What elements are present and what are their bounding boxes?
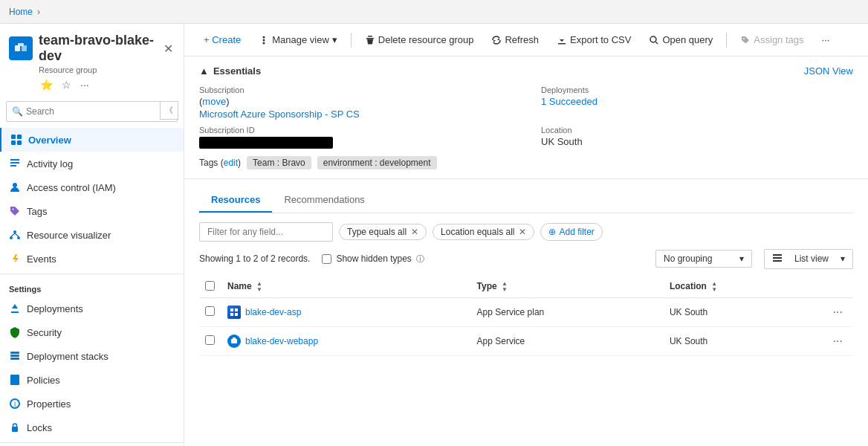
name-column-header[interactable]: Name ▲▼ — [221, 277, 471, 298]
svg-rect-18 — [10, 358, 19, 360]
select-all-checkbox[interactable] — [205, 281, 215, 291]
svg-point-35 — [743, 38, 745, 39]
location-filter-clear[interactable]: ✕ — [519, 227, 526, 237]
row2-actions-cell: ··· — [809, 326, 853, 355]
row1-more-button[interactable]: ··· — [829, 304, 847, 320]
add-filter-button[interactable]: ⊕ Add filter — [540, 223, 602, 241]
type-filter-clear[interactable]: ✕ — [411, 227, 418, 237]
svg-rect-39 — [230, 308, 233, 311]
pin-button[interactable]: ⭐ — [39, 77, 54, 92]
nav-activity-log[interactable]: Activity log — [0, 152, 184, 175]
table-row: blake-dev-asp App Service plan UK South … — [199, 297, 853, 326]
nav-access-control[interactable]: Access control (IAM) — [0, 175, 184, 199]
resource-visualizer-icon — [9, 229, 21, 241]
tab-resources[interactable]: Resources — [199, 188, 272, 213]
location-field: Location UK South — [541, 126, 853, 149]
create-button[interactable]: + Create — [196, 30, 248, 50]
manage-view-button[interactable]: Manage view ▾ — [251, 30, 345, 50]
nav-resource-visualizer[interactable]: Resource visualizer — [0, 223, 184, 247]
nav-deployment-stacks[interactable]: Deployment stacks — [0, 344, 184, 368]
row1-checkbox[interactable] — [205, 306, 215, 316]
type-column-header[interactable]: Type ▲▼ — [471, 277, 664, 298]
policies-icon — [9, 374, 21, 386]
list-view-chevron-icon: ▾ — [841, 253, 845, 264]
grouping-dropdown[interactable]: No grouping ▾ — [655, 250, 752, 268]
refresh-button[interactable]: Refresh — [484, 30, 546, 50]
search-container: 🔍 《 — [6, 101, 178, 122]
subscription-move-link[interactable]: move — [202, 96, 226, 107]
tags-label: Tags — [27, 206, 47, 217]
info-icon[interactable]: ⓘ — [416, 253, 424, 265]
collapse-sidebar-button[interactable]: 《 — [160, 101, 178, 120]
favorite-button[interactable]: ☆ — [60, 77, 73, 92]
svg-point-11 — [13, 209, 14, 210]
row2-name-link[interactable]: blake-dev-webapp — [227, 334, 465, 348]
nav-policies[interactable]: Policies — [0, 368, 184, 392]
subscription-name-link[interactable]: Microsoft Azure Sponsorship - SP CS — [199, 109, 360, 120]
open-query-button[interactable]: Open query — [641, 30, 720, 50]
nav-properties[interactable]: i Properties — [0, 392, 184, 416]
row1-location-cell: UK South — [664, 297, 809, 326]
nav-tags[interactable]: Tags — [0, 199, 184, 223]
tab-recommendations[interactable]: Recommendations — [272, 188, 376, 213]
svg-rect-36 — [773, 254, 782, 256]
resource-type: Resource group — [39, 65, 175, 74]
overview-label: Overview — [28, 135, 71, 146]
nav-locks[interactable]: Locks — [0, 416, 184, 439]
nav-deployments[interactable]: Deployments — [0, 297, 184, 320]
delete-resource-group-button[interactable]: Delete resource group — [357, 30, 482, 50]
toolbar: + Create Manage view ▾ Delete resource g… — [184, 24, 868, 56]
row2-more-button[interactable]: ··· — [829, 333, 847, 349]
svg-rect-9 — [10, 165, 16, 167]
tags-label: Tags (edit) — [199, 158, 241, 168]
assign-tags-button[interactable]: Assign tags — [733, 30, 811, 50]
svg-line-15 — [11, 233, 15, 236]
row1-name-link[interactable]: blake-dev-asp — [227, 306, 465, 319]
nav-security[interactable]: Security — [0, 320, 184, 344]
svg-text:i: i — [14, 400, 16, 408]
location-filter-badge[interactable]: Location equals all ✕ — [433, 224, 534, 240]
search-input[interactable] — [6, 101, 178, 122]
svg-rect-4 — [17, 135, 22, 139]
nav-overview[interactable]: Overview — [0, 128, 184, 152]
filter-input[interactable] — [199, 222, 333, 242]
export-csv-button[interactable]: Export to CSV — [549, 30, 638, 50]
svg-rect-42 — [235, 313, 238, 316]
more-options-button[interactable]: ··· — [79, 77, 91, 92]
deployments-icon — [9, 303, 21, 314]
svg-rect-27 — [12, 427, 18, 432]
location-column-header[interactable]: Location ▲▼ — [664, 277, 809, 298]
svg-rect-44 — [233, 337, 236, 339]
breadcrumb-home[interactable]: Home — [9, 7, 33, 17]
toolbar-more-button[interactable]: ··· — [814, 30, 838, 50]
sidebar-header: team-bravo-blake-dev ✕ Resource group ⭐ … — [0, 24, 184, 98]
json-view-link[interactable]: JSON View — [804, 65, 853, 77]
essentials-collapse-icon[interactable]: ▲ — [199, 65, 209, 77]
security-label: Security — [27, 327, 62, 338]
svg-rect-38 — [773, 260, 782, 262]
nav-events[interactable]: Events — [0, 247, 184, 271]
table-row: blake-dev-webapp App Service UK South ··… — [199, 326, 853, 355]
records-row: Showing 1 to 2 of 2 records. Show hidden… — [199, 249, 853, 269]
svg-rect-17 — [11, 311, 19, 313]
close-button[interactable]: ✕ — [162, 40, 175, 57]
deployments-value-link[interactable]: 1 Succeeded — [541, 96, 597, 107]
svg-point-29 — [263, 39, 265, 41]
subscription-id-redacted — [199, 136, 511, 149]
svg-rect-20 — [10, 352, 19, 354]
type-filter-badge[interactable]: Type equals all ✕ — [339, 224, 427, 240]
tags-row: Tags (edit) Team : Bravo environment : d… — [199, 156, 853, 169]
resources-section: Resources Recommendations Type equals al… — [184, 179, 868, 446]
policies-label: Policies — [27, 375, 60, 386]
toolbar-divider-1 — [351, 33, 352, 48]
svg-rect-7 — [10, 159, 19, 161]
row2-checkbox[interactable] — [205, 335, 215, 345]
tags-edit-link[interactable]: edit — [224, 158, 238, 168]
show-hidden-checkbox[interactable] — [322, 254, 331, 264]
show-hidden-label[interactable]: Show hidden types — [336, 253, 411, 264]
svg-rect-2 — [18, 43, 24, 46]
location-value: UK South — [541, 136, 853, 147]
locks-label: Locks — [27, 422, 52, 433]
properties-label: Properties — [27, 398, 71, 410]
list-view-dropdown[interactable]: List view ▾ — [764, 249, 853, 269]
